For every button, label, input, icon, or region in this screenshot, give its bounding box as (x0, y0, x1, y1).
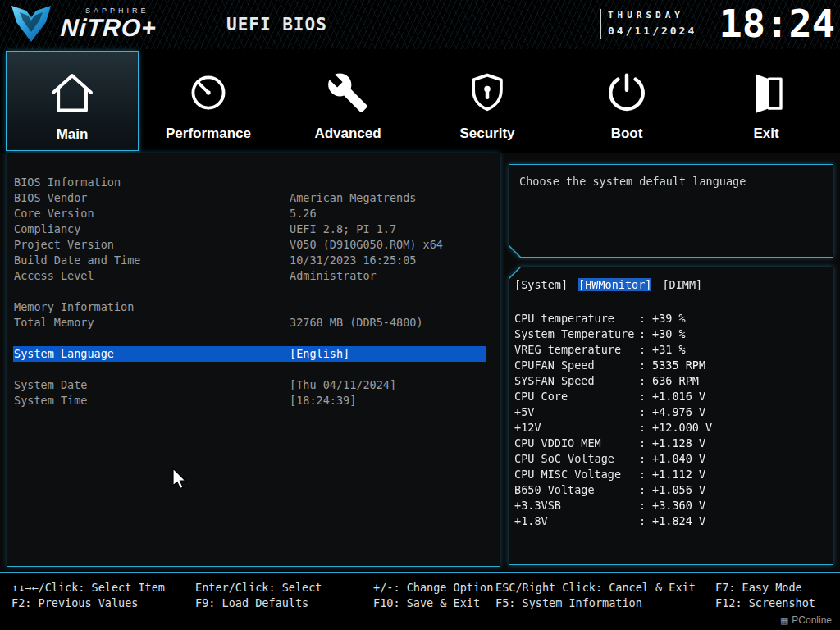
section-label: BIOS Information (14, 175, 290, 190)
content-area: BIOS Information BIOS Vendor American Me… (0, 153, 840, 571)
monitor-row-vreg-temp: VREG temperature : +31 % (513, 342, 828, 358)
monitor-label: CPU MISC Voltage (514, 467, 639, 482)
hint-easy-mode: F7: Easy Mode (715, 580, 840, 596)
header-bar: SAPPHIRE NiTRO+ UEFI BIOS THURSDAY 04/11… (0, 0, 840, 49)
monitor-separator: : (639, 420, 652, 436)
nitro-shield-icon (8, 4, 54, 43)
row-system-language[interactable]: System Language [English] (13, 346, 486, 362)
monitor-value: 5335 RPM (652, 358, 828, 373)
main-menu-tabbar: Main Performance Advanced (0, 49, 840, 153)
tab-label: Boot (611, 126, 643, 142)
hint-previous-values: F2: Previous Values (11, 596, 195, 611)
monitor-separator: : (639, 482, 652, 498)
row-label: Build Date and Time (14, 253, 290, 268)
spacer (7, 362, 500, 377)
wrench-icon (326, 63, 370, 122)
tab-boot[interactable]: Boot (557, 49, 696, 149)
monitor-row-12v: +12V : +12.000 V (513, 420, 828, 436)
hint-select-item: ↑↓→←/Click: Select Item (11, 580, 195, 596)
monitor-row-5v: +5V : +4.976 V (513, 404, 828, 420)
row-label: BIOS Vendor (14, 190, 290, 206)
monitor-label: +12V (514, 420, 639, 436)
info-row-compliancy: Compliancy UEFI 2.8; PI 1.7 (7, 221, 500, 237)
row-value: [18:24:39] (290, 393, 500, 409)
info-row-core-version: Core Version 5.26 (7, 206, 500, 221)
watermark-text: PConline (792, 614, 832, 626)
tab-label: Performance (166, 126, 251, 142)
brand-nitro: NiTRO+ (60, 15, 158, 41)
shield-lock-icon (465, 63, 509, 122)
tab-exit[interactable]: Exit (696, 49, 836, 149)
tab-main[interactable]: Main (6, 51, 139, 151)
monitor-label: CPU SoC Voltage (514, 451, 639, 467)
monitor-value: +31 % (652, 342, 828, 358)
section-label: Memory Information (14, 299, 290, 315)
row-value: 10/31/2023 16:25:05 (290, 253, 500, 268)
monitor-label: +3.3VSB (514, 498, 639, 514)
monitor-separator: : (639, 451, 652, 467)
bios-settings-panel: BIOS Information BIOS Vendor American Me… (7, 153, 500, 567)
monitor-value: +1.056 V (652, 482, 828, 498)
monitor-separator: : (639, 373, 652, 389)
row-system-date[interactable]: System Date [Thu 04/11/2024] (7, 377, 500, 393)
monitor-tab-dimm[interactable]: [DIMM] (662, 278, 702, 291)
monitor-separator: : (639, 389, 652, 404)
monitor-label: CPU Core (514, 389, 639, 404)
row-value: 32768 MB (DDR5-4800) (290, 315, 500, 331)
home-icon (47, 64, 98, 123)
monitor-label: CPUFAN Speed (514, 358, 639, 373)
monitor-separator: : (639, 311, 652, 326)
monitor-value: +39 % (652, 311, 828, 326)
weekday-label: THURSDAY (608, 10, 696, 21)
tab-security[interactable]: Security (418, 49, 557, 149)
row-value: American Megatrends (290, 190, 500, 206)
monitor-value: +1.128 V (652, 436, 828, 451)
tab-label: Advanced (314, 126, 381, 142)
row-value: UEFI 2.8; PI 1.7 (290, 221, 500, 237)
row-value: V050 (D910G050.ROM) x64 (290, 237, 500, 253)
monitor-row-b650: B650 Voltage : +1.056 V (513, 482, 828, 498)
monitor-tab-hwmonitor[interactable]: [HWMonitor] (578, 278, 651, 291)
hint-screenshot: F12: Screenshot (715, 596, 840, 611)
monitor-separator: : (639, 436, 652, 451)
monitor-value: +12.000 V (652, 420, 828, 436)
monitor-value: 636 RPM (652, 373, 828, 389)
tab-advanced[interactable]: Advanced (278, 49, 418, 149)
row-label: System Date (14, 377, 290, 393)
hint-select: Enter/Click: Select (195, 580, 373, 596)
monitor-label: CPU temperature (514, 311, 639, 326)
hint-cancel-exit: ESC/Right Click: Cancel & Exit (495, 580, 715, 596)
header-divider (600, 9, 601, 39)
info-row-bios-vendor: BIOS Vendor American Megatrends (7, 190, 500, 206)
monitor-row-sysfan: SYSFAN Speed : 636 RPM (513, 373, 828, 389)
monitor-value: +4.976 V (652, 404, 828, 420)
row-label: System Time (14, 393, 290, 409)
section-title-memory: Memory Information (7, 299, 500, 315)
monitor-label: VREG temperature (514, 342, 639, 358)
monitor-label: +5V (514, 404, 639, 420)
page-title: UEFI BIOS (226, 0, 327, 49)
tab-performance[interactable]: Performance (139, 49, 278, 149)
tab-label: Main (57, 126, 89, 143)
monitor-tabs: [System] [HWMonitor] [DIMM] (513, 278, 828, 291)
monitor-label: System Temperature (514, 326, 639, 342)
monitor-row-system-temp: System Temperature : +30 % (513, 326, 828, 342)
monitor-tab-system[interactable]: [System] (514, 278, 568, 291)
monitor-value: +1.112 V (652, 467, 828, 482)
row-value: [Thu 04/11/2024] (290, 377, 500, 393)
monitor-row-18v: +1.8V : +1.824 V (513, 514, 828, 529)
speedometer-icon (186, 63, 231, 122)
info-row-build-date: Build Date and Time 10/31/2023 16:25:05 (7, 253, 500, 268)
row-system-time[interactable]: System Time [18:24:39] (7, 393, 500, 409)
clock-display: 18:24 (719, 1, 835, 46)
monitor-row-33vsb: +3.3VSB : +3.360 V (513, 498, 828, 514)
monitor-label: SYSFAN Speed (514, 373, 639, 389)
pconline-watermark: ▦ PConline (780, 614, 832, 626)
help-panel-body: Choose the system default language (509, 165, 833, 257)
hint-change-option: +/-: Change Option (373, 580, 495, 596)
row-label: Core Version (14, 206, 290, 221)
monitor-label: CPU VDDIO MEM (514, 436, 639, 451)
row-value: Administrator (290, 268, 500, 284)
tab-label: Security (459, 126, 514, 142)
section-title-bios: BIOS Information (7, 175, 500, 190)
